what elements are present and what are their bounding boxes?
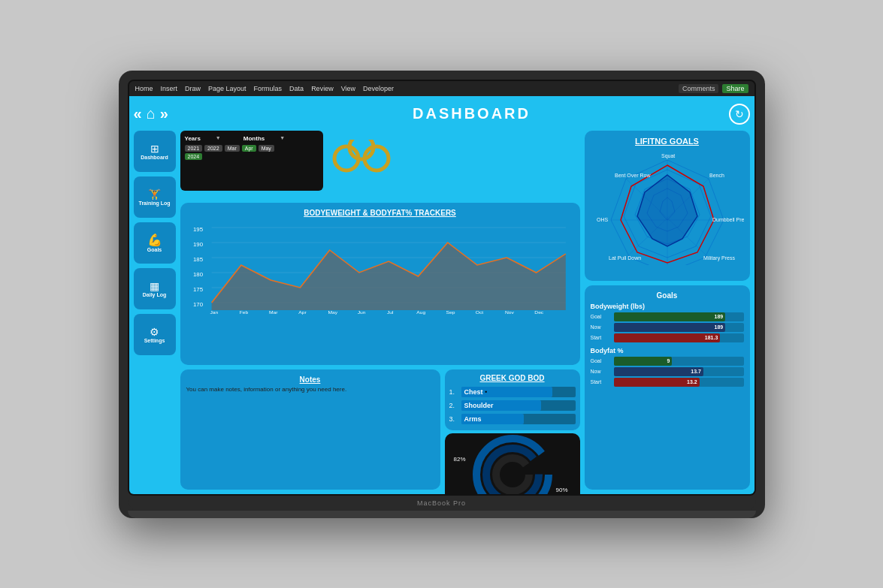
sidebar-label-goals: Goals [147, 247, 162, 252]
gg-bar-fill-3: Arms [461, 414, 525, 424]
svg-text:Apr: Apr [298, 309, 307, 315]
svg-text:Dumbbell Press: Dumbbell Press [712, 217, 744, 222]
menu-page-layout[interactable]: Page Layout [208, 85, 246, 92]
year-2024-row: 2024 [185, 153, 319, 160]
gg-rank-3: 3. [449, 415, 458, 423]
month-may[interactable]: May [259, 145, 274, 152]
date-filter-box[interactable]: Years ▼ Months ▼ 2021 2022 Mar Apr May [180, 131, 323, 191]
gg-name-1: Chest [464, 388, 483, 396]
excel-menu-bar: Home Insert Draw Page Layout Formulas Da… [129, 81, 754, 96]
svg-text:Squat: Squat [661, 153, 675, 159]
months-label: Months [243, 135, 265, 142]
menu-draw[interactable]: Draw [185, 85, 201, 92]
sidebar-item-daily-log[interactable]: ▦ Daily Log [134, 268, 176, 309]
lifting-goals-title: LIFITNG GOALS [591, 137, 744, 146]
bodyweight-chart-card: BODYEWEIGHT & BODYFAT% TRACKERS 195 190 … [180, 203, 580, 365]
dashboard-body: « ⌂ » DASHBOARD ↻ ⊞ Dashboard [129, 96, 754, 494]
refresh-button[interactable]: ↻ [729, 104, 750, 125]
menu-insert[interactable]: Insert [161, 85, 178, 92]
menu-review[interactable]: Review [311, 85, 334, 92]
menu-home[interactable]: Home [135, 85, 153, 92]
gg-name-2: Shoulder [464, 402, 494, 409]
bw-goal-label: Goal [591, 314, 612, 319]
gg-icon-1: ▪ [485, 388, 488, 395]
sidebar-item-training-log[interactable]: 🏋 Training Log [134, 176, 176, 218]
bw-goal-row: Goal 189 [591, 312, 744, 321]
sidebar-label-settings: Settings [144, 338, 165, 343]
svg-text:Bench: Bench [709, 173, 724, 178]
goals-card: Goals Bodyweight (lbs) Goal 189 [585, 285, 750, 490]
goals-title: Goals [591, 291, 744, 300]
svg-text:Bent Over Row: Bent Over Row [615, 173, 651, 178]
gg-item-1: 1. Chest ▪ [449, 385, 576, 399]
greek-god-card: GREEK GOD BOD 1. Chest ▪ [445, 369, 580, 430]
svg-text:Military Press: Military Press [703, 255, 736, 261]
svg-text:180: 180 [192, 271, 202, 277]
menu-formulas[interactable]: Formulas [254, 85, 283, 92]
notes-content: You can make notes, information or anyth… [186, 386, 434, 393]
bw-now-fill: 189 [614, 323, 726, 332]
bw-start-row: Start 181.3 [591, 333, 744, 342]
dashboard-sidebar-icon: ⊞ [150, 143, 159, 155]
forward-arrow-icon[interactable]: » [160, 105, 168, 122]
gg-rank-2: 2. [449, 402, 458, 409]
sidebar: ⊞ Dashboard 🏋 Training Log 💪 Goals ▦ Dai… [134, 131, 176, 490]
sidebar-label-dashboard: Dashboard [141, 155, 168, 160]
month-apr[interactable]: Apr [242, 145, 256, 152]
laptop-bottom-chin: MacBook Pro [128, 496, 756, 511]
gg-item-3: 3. Arms [449, 412, 576, 426]
greek-god-section: GREEK GOD BOD 1. Chest ▪ [445, 369, 580, 490]
bf-now-row: Now 13.7 [591, 367, 744, 376]
gg-bar-2: Shoulder [461, 400, 576, 411]
bf-now-label: Now [591, 369, 612, 374]
bw-now-bar: 189 [614, 323, 744, 332]
svg-text:Jan: Jan [210, 309, 218, 315]
home-icon[interactable]: ⌂ [147, 105, 156, 122]
bw-start-fill: 181.3 [614, 333, 721, 342]
share-button[interactable]: Share [722, 84, 748, 93]
bw-bars-label: Bodyweight (lbs) [591, 303, 744, 310]
year-2022[interactable]: 2022 [204, 145, 222, 152]
sidebar-item-settings[interactable]: ⚙ Settings [134, 314, 176, 355]
sidebar-item-dashboard[interactable]: ⊞ Dashboard [134, 131, 176, 172]
comments-button[interactable]: Comments [679, 84, 719, 93]
nav-left: « ⌂ » [134, 105, 224, 122]
svg-text:175: 175 [192, 286, 202, 292]
donut-label-90: 90% [555, 487, 567, 493]
month-mar[interactable]: Mar [225, 145, 240, 152]
svg-text:170: 170 [192, 301, 202, 307]
bw-chart-area: 195 190 185 180 175 170 [186, 220, 574, 318]
gg-item-2: 2. Shoulder [449, 399, 576, 412]
olympic-rings [328, 131, 395, 198]
right-column: LIFITNG GOALS [585, 131, 750, 490]
menu-developer[interactable]: Developer [363, 85, 394, 92]
settings-icon: ⚙ [150, 326, 159, 338]
years-label: Years [185, 135, 201, 142]
goals-icon: 💪 [147, 233, 162, 247]
bf-start-row: Start 13.2 [591, 378, 744, 387]
bf-now-bar: 13.7 [614, 367, 744, 376]
lifting-goals-card: LIFITNG GOALS [585, 131, 750, 281]
gg-bar-3: Arms [461, 414, 576, 424]
bf-goal-row: Goal 9 [591, 357, 744, 366]
menu-data[interactable]: Data [289, 85, 304, 92]
sidebar-item-goals[interactable]: 💪 Goals [134, 222, 176, 264]
menu-view[interactable]: View [341, 85, 355, 92]
back-arrow-icon[interactable]: « [134, 105, 142, 122]
notes-title: Notes [186, 375, 434, 384]
gg-bar-1: Chest ▪ [461, 387, 576, 397]
sidebar-label-daily: Daily Log [143, 292, 167, 297]
svg-text:Mar: Mar [268, 309, 277, 315]
bw-goal-value: 189 [715, 314, 724, 319]
year-2021[interactable]: 2021 [185, 145, 203, 152]
months-filter-icon: ▼ [280, 135, 285, 142]
rings-logo-svg [331, 140, 392, 188]
center-content: Years ▼ Months ▼ 2021 2022 Mar Apr May [180, 131, 580, 490]
bf-now-value: 13.7 [691, 369, 701, 374]
years-row: 2021 2022 Mar Apr May [185, 145, 319, 152]
year-2024[interactable]: 2024 [185, 153, 203, 160]
top-navigation-bar: « ⌂ » DASHBOARD ↻ [134, 101, 750, 128]
svg-text:Jul: Jul [386, 309, 393, 315]
bw-now-value: 189 [715, 324, 724, 330]
bw-start-value: 181.3 [705, 335, 718, 340]
